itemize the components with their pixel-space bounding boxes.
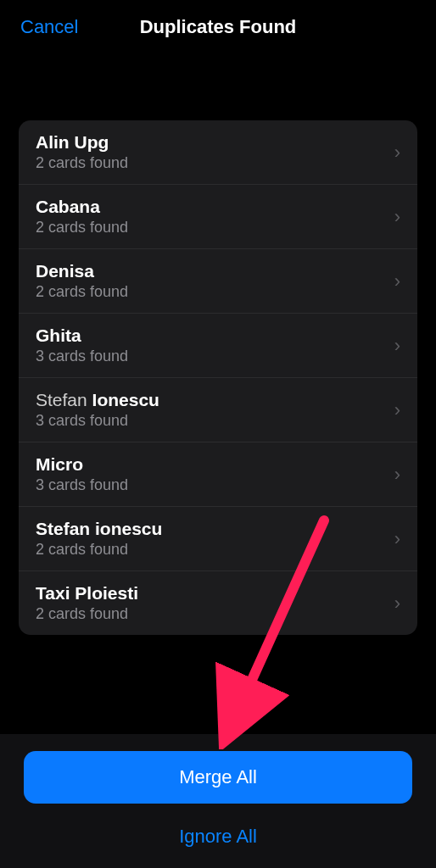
contact-name: Taxi Ploiesti xyxy=(36,583,386,604)
contact-name: Ghita xyxy=(36,326,386,346)
contact-name: Cabana xyxy=(36,197,386,217)
list-item[interactable]: Alin Upg 2 cards found › xyxy=(19,120,417,185)
chevron-right-icon: › xyxy=(394,206,400,228)
contact-name: Alin Upg xyxy=(36,132,386,153)
list-item[interactable]: Stefan Ionescu 3 cards found › xyxy=(19,378,417,442)
cards-found-label: 2 cards found xyxy=(36,605,386,623)
ignore-all-button[interactable]: Ignore All xyxy=(24,826,412,848)
chevron-right-icon: › xyxy=(394,464,400,486)
merge-all-button[interactable]: Merge All xyxy=(24,751,412,804)
list-item[interactable]: Cabana 2 cards found › xyxy=(19,185,417,249)
list-item-content: Taxi Ploiesti 2 cards found xyxy=(36,583,386,623)
list-item-content: Stefan Ionescu 3 cards found xyxy=(36,390,386,430)
list-item-content: Ghita 3 cards found xyxy=(36,326,386,365)
contact-name: Stefan Ionescu xyxy=(36,390,386,410)
page-title: Duplicates Found xyxy=(140,16,297,38)
chevron-right-icon: › xyxy=(394,399,400,421)
contact-name: Micro xyxy=(36,454,386,475)
chevron-right-icon: › xyxy=(394,593,400,615)
contact-name: Stefan ionescu xyxy=(36,519,386,539)
cancel-button[interactable]: Cancel xyxy=(20,16,78,38)
list-item-content: Stefan ionescu 2 cards found xyxy=(36,519,386,559)
list-item[interactable]: Denisa 2 cards found › xyxy=(19,249,417,314)
list-item[interactable]: Taxi Ploiesti 2 cards found › xyxy=(19,571,417,635)
cards-found-label: 3 cards found xyxy=(36,476,386,494)
duplicates-list: Alin Upg 2 cards found › Cabana 2 cards … xyxy=(19,120,417,635)
list-item-content: Alin Upg 2 cards found xyxy=(36,132,386,172)
chevron-right-icon: › xyxy=(394,335,400,357)
header-bar: Cancel Duplicates Found xyxy=(0,0,436,54)
list-item[interactable]: Stefan ionescu 2 cards found › xyxy=(19,507,417,571)
cards-found-label: 2 cards found xyxy=(36,283,386,301)
list-item[interactable]: Micro 3 cards found › xyxy=(19,442,417,507)
cards-found-label: 2 cards found xyxy=(36,154,386,172)
chevron-right-icon: › xyxy=(394,528,400,550)
list-item-content: Micro 3 cards found xyxy=(36,454,386,494)
cards-found-label: 2 cards found xyxy=(36,219,386,236)
chevron-right-icon: › xyxy=(394,142,400,164)
list-item[interactable]: Ghita 3 cards found › xyxy=(19,314,417,378)
cards-found-label: 2 cards found xyxy=(36,541,386,559)
cards-found-label: 3 cards found xyxy=(36,412,386,430)
list-item-content: Denisa 2 cards found xyxy=(36,261,386,301)
action-bar: Merge All Ignore All xyxy=(0,734,436,868)
chevron-right-icon: › xyxy=(394,270,400,292)
contact-name: Denisa xyxy=(36,261,386,281)
cards-found-label: 3 cards found xyxy=(36,348,386,365)
list-item-content: Cabana 2 cards found xyxy=(36,197,386,236)
